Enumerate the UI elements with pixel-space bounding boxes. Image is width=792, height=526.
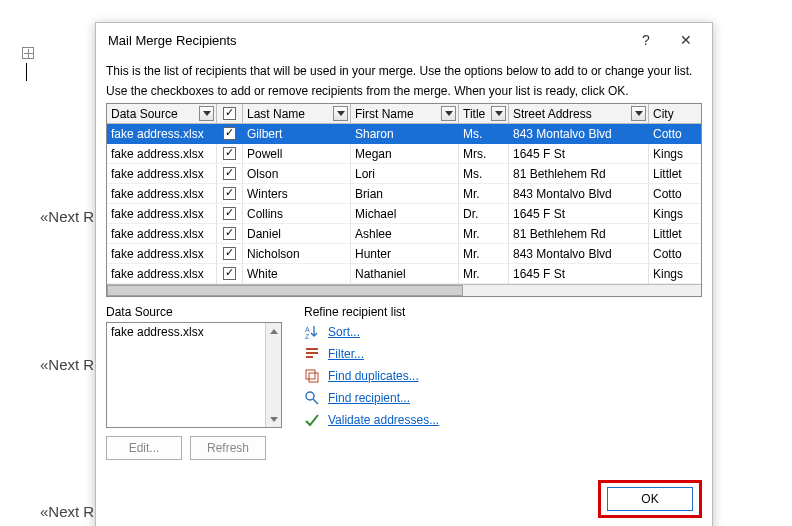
checkbox-icon	[223, 227, 236, 240]
scroll-down-icon[interactable]	[266, 411, 281, 427]
cell-data-source: fake address.xlsx	[107, 184, 217, 204]
cell-first-name: Brian	[351, 184, 459, 204]
recipients-grid: Data Source Last Name First Name Title S…	[106, 103, 702, 297]
cell-data-source: fake address.xlsx	[107, 224, 217, 244]
svg-rect-5	[306, 370, 315, 379]
checkbox-icon	[223, 127, 236, 140]
table-row[interactable]: fake address.xlsxCollinsMichaelDr.1645 F…	[107, 204, 701, 224]
help-icon: ?	[642, 32, 650, 48]
table-row[interactable]: fake address.xlsxWintersBrianMr.843 Mont…	[107, 184, 701, 204]
ok-button[interactable]: OK	[607, 487, 693, 511]
cell-street-address: 843 Montalvo Blvd	[509, 124, 649, 144]
cell-city: Kings	[649, 264, 701, 284]
list-scrollbar[interactable]	[265, 323, 281, 427]
instructions-line-1: This is the list of recipients that will…	[106, 63, 702, 79]
cell-first-name: Nathaniel	[351, 264, 459, 284]
checkbox-icon	[223, 147, 236, 160]
cell-city: Littlet	[649, 224, 701, 244]
table-row[interactable]: fake address.xlsxPowellMeganMrs.1645 F S…	[107, 144, 701, 164]
filter-link[interactable]: Filter...	[304, 346, 702, 362]
cell-street-address: 843 Montalvo Blvd	[509, 244, 649, 264]
dialog-titlebar[interactable]: Mail Merge Recipients ? ✕	[96, 23, 712, 57]
filter-icon	[304, 346, 320, 362]
col-first-name[interactable]: First Name	[351, 104, 459, 124]
cell-last-name: Olson	[243, 164, 351, 184]
cell-title: Ms.	[459, 124, 509, 144]
table-row[interactable]: fake address.xlsxNicholsonHunterMr.843 M…	[107, 244, 701, 264]
cell-street-address: 843 Montalvo Blvd	[509, 184, 649, 204]
mail-merge-recipients-dialog: Mail Merge Recipients ? ✕ This is the li…	[95, 22, 713, 526]
cell-city: Cotto	[649, 124, 701, 144]
cell-street-address: 1645 F St	[509, 204, 649, 224]
cell-last-name: Collins	[243, 204, 351, 224]
grid-header: Data Source Last Name First Name Title S…	[107, 104, 701, 124]
help-button[interactable]: ?	[626, 26, 666, 54]
chevron-down-icon[interactable]	[491, 106, 506, 121]
checkbox-icon	[223, 187, 236, 200]
cell-first-name: Sharon	[351, 124, 459, 144]
data-source-list[interactable]: fake address.xlsx	[106, 322, 282, 428]
col-data-source[interactable]: Data Source	[107, 104, 217, 124]
cell-last-name: Nicholson	[243, 244, 351, 264]
refresh-button[interactable]: Refresh	[190, 436, 266, 460]
cell-checkbox[interactable]	[217, 164, 243, 184]
svg-point-7	[306, 392, 314, 400]
cell-title: Ms.	[459, 164, 509, 184]
checkbox-icon	[223, 167, 236, 180]
data-source-label: Data Source	[106, 305, 290, 319]
cell-last-name: Gilbert	[243, 124, 351, 144]
col-title[interactable]: Title	[459, 104, 509, 124]
table-row[interactable]: fake address.xlsxDanielAshleeMr.81 Bethl…	[107, 224, 701, 244]
cell-last-name: Winters	[243, 184, 351, 204]
checkbox-icon	[223, 107, 236, 120]
cell-street-address: 1645 F St	[509, 144, 649, 164]
scrollbar-thumb[interactable]	[107, 285, 463, 296]
find-recipient-link[interactable]: Find recipient...	[304, 390, 702, 406]
cell-title: Mr.	[459, 264, 509, 284]
table-row[interactable]: fake address.xlsxOlsonLoriMs.81 Bethlehe…	[107, 164, 701, 184]
cell-last-name: Powell	[243, 144, 351, 164]
cell-city: Kings	[649, 144, 701, 164]
cell-title: Mr.	[459, 244, 509, 264]
validate-addresses-link[interactable]: Validate addresses...	[304, 412, 702, 428]
edit-button[interactable]: Edit...	[106, 436, 182, 460]
col-city[interactable]: City	[649, 104, 701, 124]
cell-checkbox[interactable]	[217, 184, 243, 204]
checkbox-icon	[223, 207, 236, 220]
close-button[interactable]: ✕	[666, 26, 706, 54]
cell-checkbox[interactable]	[217, 264, 243, 284]
table-row[interactable]: fake address.xlsxWhiteNathanielMr.1645 F…	[107, 264, 701, 284]
find-recipient-icon	[304, 390, 320, 406]
col-street-address[interactable]: Street Address	[509, 104, 649, 124]
chevron-down-icon[interactable]	[199, 106, 214, 121]
cell-checkbox[interactable]	[217, 224, 243, 244]
svg-line-8	[313, 399, 318, 404]
chevron-down-icon[interactable]	[631, 106, 646, 121]
cell-checkbox[interactable]	[217, 204, 243, 224]
cell-checkbox[interactable]	[217, 124, 243, 144]
cell-data-source: fake address.xlsx	[107, 144, 217, 164]
find-duplicates-link[interactable]: Find duplicates...	[304, 368, 702, 384]
cell-checkbox[interactable]	[217, 144, 243, 164]
svg-text:Z: Z	[305, 333, 310, 340]
grid-horizontal-scrollbar[interactable]	[107, 284, 701, 296]
cell-data-source: fake address.xlsx	[107, 264, 217, 284]
cell-title: Mrs.	[459, 144, 509, 164]
col-select-all[interactable]	[217, 104, 243, 124]
svg-rect-6	[309, 373, 318, 382]
cell-first-name: Michael	[351, 204, 459, 224]
scroll-up-icon[interactable]	[266, 323, 281, 339]
cell-city: Littlet	[649, 164, 701, 184]
sort-link[interactable]: AZ Sort...	[304, 324, 702, 340]
chevron-down-icon[interactable]	[441, 106, 456, 121]
table-row[interactable]: fake address.xlsxGilbertSharonMs.843 Mon…	[107, 124, 701, 144]
chevron-down-icon[interactable]	[333, 106, 348, 121]
svg-rect-3	[306, 352, 318, 354]
table-anchor-icon	[22, 47, 34, 59]
cell-checkbox[interactable]	[217, 244, 243, 264]
checkbox-icon	[223, 267, 236, 280]
ok-highlight-annotation: OK	[598, 480, 702, 518]
data-source-item[interactable]: fake address.xlsx	[111, 325, 204, 339]
col-last-name[interactable]: Last Name	[243, 104, 351, 124]
cell-data-source: fake address.xlsx	[107, 244, 217, 264]
